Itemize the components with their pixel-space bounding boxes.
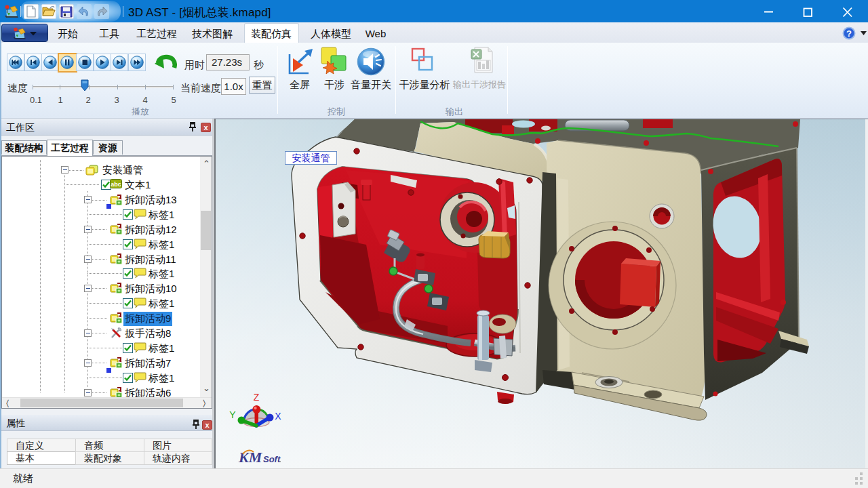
svg-text:Z: Z <box>254 392 260 403</box>
svg-text:X: X <box>275 411 281 422</box>
svg-text:?: ? <box>846 28 852 39</box>
svg-text:Y: Y <box>229 409 236 420</box>
svg-text:abc: abc <box>111 181 121 188</box>
svg-text:KM: KM <box>238 449 263 466</box>
svg-text:Soft: Soft <box>263 454 281 464</box>
